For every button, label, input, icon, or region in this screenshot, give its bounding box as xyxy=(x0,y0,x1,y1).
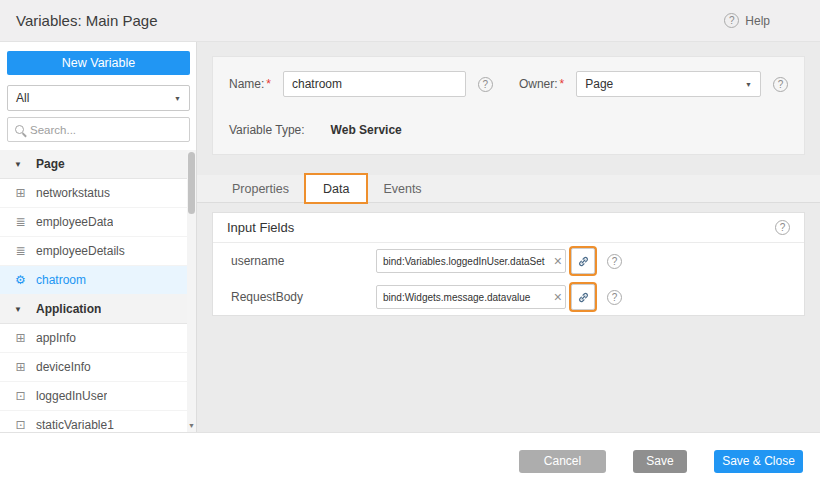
tab-bar: Properties Data Events xyxy=(197,175,820,203)
name-help-icon[interactable]: ? xyxy=(478,77,493,92)
field-label: username xyxy=(231,254,376,268)
scrollbar-down-arrow-icon[interactable]: ▼ xyxy=(187,420,196,432)
input-fields-help-icon[interactable]: ? xyxy=(775,220,790,235)
service-variable-icon: ⚙ xyxy=(14,273,27,287)
static-variable-icon: ⊡ xyxy=(14,389,27,403)
variable-name: chatroom xyxy=(36,273,86,287)
owner-value: Page xyxy=(585,77,613,91)
tree-group-label: Page xyxy=(36,157,65,171)
tab-events[interactable]: Events xyxy=(366,175,438,202)
variable-name: employeeData xyxy=(36,215,113,229)
tree-scrollbar[interactable]: ▼ xyxy=(187,150,196,432)
variable-name-input[interactable] xyxy=(283,71,466,97)
input-fields-title: Input Fields xyxy=(227,220,294,235)
bind-expression-input[interactable] xyxy=(377,256,545,267)
scrollbar-thumb[interactable] xyxy=(188,152,195,214)
variable-name: appInfo xyxy=(36,331,76,345)
dialog-footer: Cancel Save Save & Close xyxy=(0,432,820,489)
search-icon xyxy=(15,125,24,134)
tree-group-application[interactable]: ▼ Application xyxy=(0,295,196,324)
variable-name: employeeDetails xyxy=(36,244,125,258)
variable-name: deviceInfo xyxy=(36,360,91,374)
owner-label: Owner: xyxy=(519,77,558,91)
search-box xyxy=(7,117,190,142)
data-variable-icon: ≣ xyxy=(14,215,27,229)
tree-group-label: Application xyxy=(36,302,101,316)
link-icon xyxy=(577,255,590,268)
link-icon xyxy=(577,291,590,304)
filter-value: All xyxy=(16,91,29,105)
variable-filter-dropdown[interactable]: All ▼ xyxy=(7,85,190,111)
chevron-down-icon: ▼ xyxy=(745,81,752,88)
tab-data-active[interactable]: Data xyxy=(306,175,366,202)
chevron-down-icon: ▼ xyxy=(174,95,181,102)
device-variable-icon: ⊞ xyxy=(14,186,27,200)
tree-item-chatroom-selected[interactable]: ⚙ chatroom xyxy=(0,266,196,295)
tree-item-staticVariable1[interactable]: ⊡ staticVariable1 xyxy=(0,411,196,432)
variable-name: staticVariable1 xyxy=(36,418,114,432)
save-button[interactable]: Save xyxy=(633,450,687,473)
collapse-caret-icon: ▼ xyxy=(14,160,27,169)
data-variable-icon: ≣ xyxy=(14,244,27,258)
field-label: RequestBody xyxy=(231,290,376,304)
bind-link-button[interactable] xyxy=(571,284,595,310)
variable-tree: ▼ Page ⊞ networkstatus ≣ employeeData ≣ … xyxy=(0,150,196,432)
tree-item-employeeData[interactable]: ≣ employeeData xyxy=(0,208,196,237)
tree-group-page[interactable]: ▼ Page xyxy=(0,150,196,179)
owner-dropdown[interactable]: Page ▼ xyxy=(576,71,761,97)
variable-type-value: Web Service xyxy=(331,123,402,137)
variable-type-label: Variable Type: xyxy=(229,123,305,137)
tab-properties[interactable]: Properties xyxy=(215,175,306,202)
search-input[interactable] xyxy=(30,124,182,136)
bind-expression-field: × xyxy=(376,285,566,309)
variables-sidebar: New Variable All ▼ ▼ Page ⊞ networkstatu… xyxy=(0,42,197,432)
dialog-header: Variables: Main Page ? Help xyxy=(0,0,820,42)
bind-expression-input[interactable] xyxy=(377,292,545,303)
owner-help-icon[interactable]: ? xyxy=(773,77,788,92)
bind-expression-field: × xyxy=(376,249,566,273)
help-link[interactable]: ? Help xyxy=(724,13,770,28)
tree-item-employeeDetails[interactable]: ≣ employeeDetails xyxy=(0,237,196,266)
variable-name: networkstatus xyxy=(36,186,110,200)
help-icon: ? xyxy=(724,13,739,28)
tree-item-deviceInfo[interactable]: ⊞ deviceInfo xyxy=(0,353,196,382)
input-field-row-username: username × ? xyxy=(213,243,804,279)
input-fields-panel: Input Fields ? username × ? RequestBody … xyxy=(212,212,805,316)
clear-icon[interactable]: × xyxy=(554,254,562,268)
static-variable-icon: ⊡ xyxy=(14,418,27,432)
new-variable-button[interactable]: New Variable xyxy=(7,51,190,75)
variable-name: loggedInUser xyxy=(36,389,107,403)
required-asterisk: * xyxy=(266,77,271,91)
device-variable-icon: ⊞ xyxy=(14,331,27,345)
input-field-row-requestbody: RequestBody × ? xyxy=(213,279,804,315)
tree-item-loggedInUser[interactable]: ⊡ loggedInUser xyxy=(0,382,196,411)
required-asterisk: * xyxy=(560,77,565,91)
clear-icon[interactable]: × xyxy=(554,290,562,304)
name-label: Name: xyxy=(229,77,264,91)
field-help-icon[interactable]: ? xyxy=(607,254,622,269)
page-title: Variables: Main Page xyxy=(16,12,157,29)
collapse-caret-icon: ▼ xyxy=(14,305,27,314)
tree-item-networkstatus[interactable]: ⊞ networkstatus xyxy=(0,179,196,208)
cancel-button[interactable]: Cancel xyxy=(519,450,606,473)
variable-summary-card: Name: * ? Owner: * Page ▼ ? Variable Typ… xyxy=(212,56,805,155)
help-label: Help xyxy=(745,14,770,28)
bind-link-button[interactable] xyxy=(571,248,595,274)
field-help-icon[interactable]: ? xyxy=(607,290,622,305)
tree-item-appInfo[interactable]: ⊞ appInfo xyxy=(0,324,196,353)
device-variable-icon: ⊞ xyxy=(14,360,27,374)
save-and-close-button[interactable]: Save & Close xyxy=(714,450,803,473)
